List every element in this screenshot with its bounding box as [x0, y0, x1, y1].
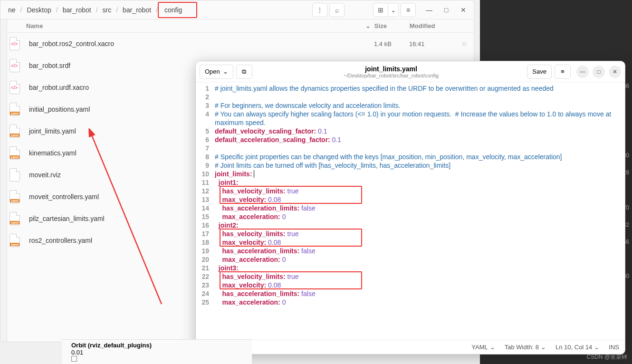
editor-hamburger[interactable]: ≡ [555, 65, 571, 79]
breadcrumb-item[interactable]: bar_robot [118, 3, 156, 17]
status-tabwidth[interactable]: Tab Width: 8⌄ [505, 344, 546, 351]
minimize-icon: — [426, 6, 432, 14]
star-icon[interactable]: ☆ [455, 40, 474, 48]
code-line[interactable] [215, 144, 622, 153]
code-line[interactable]: # Joint limits can be turned off with [h… [215, 161, 622, 170]
window-close[interactable]: ✕ [456, 3, 471, 17]
editor-header: Open⌄ ⧉ joint_limits.yaml ~/Desktop/bar_… [196, 61, 625, 82]
chevron-down-icon: ⌄ [223, 68, 228, 75]
new-doc-icon: ⧉ [242, 68, 246, 76]
code-line[interactable]: default_velocity_scaling_factor: 0.1 [215, 127, 622, 135]
new-tab-button[interactable]: ⧉ [236, 65, 252, 79]
breadcrumb[interactable]: ne/Desktop/bar_robot/src/bar_robot/confi… [3, 2, 310, 18]
file-icon [10, 168, 20, 182]
text-editor-window: Open⌄ ⧉ joint_limits.yaml ~/Desktop/bar_… [195, 61, 625, 354]
search-icon: ⌕ [335, 6, 339, 14]
code-line[interactable]: max_velocity: 0.08 [215, 238, 622, 247]
menu-button[interactable]: ⋮ [312, 3, 327, 17]
breadcrumb-item[interactable]: src [98, 3, 116, 17]
status-language[interactable]: YAML⌄ [471, 344, 495, 351]
code-line[interactable]: has_velocity_limits: true [215, 187, 622, 195]
file-icon: yaml [10, 212, 20, 225]
column-headers[interactable]: Name ⌄ Size Modified [0, 19, 474, 33]
status-position[interactable]: Ln 10, Col 14⌄ [555, 344, 599, 351]
file-icon: yaml [10, 125, 20, 138]
col-modified[interactable]: Modified [409, 19, 455, 32]
rviz-panel-fragment: Orbit (rviz_default_plugins) 0.01 [62, 339, 252, 364]
breadcrumb-item[interactable]: ne [3, 3, 20, 17]
open-button[interactable]: Open⌄ [200, 65, 233, 79]
col-name[interactable]: Name [0, 19, 362, 32]
hamburger-icon: ≡ [561, 68, 565, 75]
breadcrumb-item[interactable]: bar_robot [58, 3, 96, 17]
open-label: Open [205, 68, 220, 75]
hamburger-button[interactable]: ≡ [401, 3, 416, 17]
chevron-down-icon: ⌄ [490, 344, 495, 351]
maximize-icon: □ [597, 68, 600, 75]
breadcrumb-item[interactable]: config [158, 2, 197, 18]
file-name: bar_robot.ros2_control.xacro [29, 40, 374, 48]
window-minimize[interactable]: — [421, 3, 437, 17]
code-line[interactable]: has_velocity_limits: true [215, 272, 622, 281]
code-area[interactable]: # joint_limits.yaml allows the dynamics … [212, 82, 625, 340]
file-icon: </> [10, 81, 20, 94]
file-icon: yaml [10, 103, 20, 116]
code-line[interactable]: # You can always specify higher scaling … [215, 110, 622, 127]
editor-statusbar: YAML⌄ Tab Width: 8⌄ Ln 10, Col 14⌄ INS [196, 340, 625, 354]
chevron-down-icon: ⌄ [541, 344, 546, 351]
code-line[interactable]: max_acceleration: 0 [215, 255, 622, 264]
code-line[interactable]: has_acceleration_limits: false [215, 289, 622, 298]
file-icon: </> [10, 59, 20, 72]
editor-body[interactable]: 1234567891011121314151617181920212223242… [196, 82, 625, 340]
view-dropdown[interactable]: ⌄ [388, 3, 399, 17]
file-icon: yaml [10, 146, 20, 160]
checkbox[interactable] [71, 356, 77, 362]
code-line[interactable]: max_velocity: 0.08 [215, 195, 622, 204]
code-line[interactable]: joint2: [215, 221, 622, 230]
code-line[interactable]: # joint_limits.yaml allows the dynamics … [215, 84, 622, 93]
status-insert-mode[interactable]: INS [609, 344, 619, 351]
line-gutter: 1234567891011121314151617181920212223242… [196, 82, 212, 340]
file-icon: yaml [10, 234, 20, 247]
minimize-icon: — [580, 68, 585, 75]
rviz-plugin-name: Orbit (rviz_default_plugins) [71, 342, 242, 349]
code-line[interactable]: # For beginners, we downscale velocity a… [215, 101, 622, 110]
view-grid-button[interactable]: ⊞ [373, 3, 388, 17]
code-line[interactable]: joint_limits: [215, 170, 622, 178]
editor-subtitle: ~/Desktop/bar_robot/src/bar_robot/config [255, 73, 527, 78]
file-manager-toolbar: ne/Desktop/bar_robot/src/bar_robot/confi… [0, 0, 474, 19]
breadcrumb-item[interactable]: Desktop [22, 3, 56, 17]
sort-indicator[interactable]: ⌄ [362, 19, 374, 32]
code-line[interactable]: has_velocity_limits: true [215, 230, 622, 238]
col-size[interactable]: Size [374, 19, 409, 32]
chevron-down-icon: ⌄ [391, 6, 396, 14]
chevron-down-icon: ⌄ [594, 344, 599, 351]
save-button[interactable]: Save [527, 65, 552, 79]
close-icon: ✕ [460, 6, 466, 14]
editor-close[interactable]: ✕ [609, 66, 621, 78]
watermark: CSDN @韭菜钟 [586, 353, 627, 361]
code-line[interactable] [215, 93, 622, 101]
code-line[interactable]: joint3: [215, 264, 622, 272]
code-line[interactable]: max_acceleration: 0 [215, 212, 622, 221]
editor-title: joint_limits.yaml [255, 65, 527, 73]
file-icon: yaml [10, 190, 20, 203]
window-maximize[interactable]: □ [439, 3, 454, 17]
code-line[interactable]: has_acceleration_limits: false [215, 204, 622, 212]
code-line[interactable]: max_velocity: 0.08 [215, 281, 622, 289]
file-row[interactable]: </>bar_robot.ros2_control.xacro1.4 kB16:… [0, 33, 474, 55]
file-icon: </> [10, 37, 20, 50]
sidebar-edge [0, 19, 7, 342]
editor-minimize[interactable]: — [576, 66, 589, 78]
search-button[interactable]: ⌕ [329, 3, 345, 17]
editor-maximize[interactable]: □ [593, 66, 605, 78]
code-line[interactable]: has_acceleration_limits: false [215, 247, 622, 255]
file-size: 1.4 kB [374, 40, 409, 48]
save-label: Save [532, 68, 546, 75]
code-line[interactable]: default_acceleration_scaling_factor: 0.1 [215, 135, 622, 144]
code-line[interactable]: joint1: [215, 178, 622, 187]
code-line[interactable]: # Specific joint properties can be chang… [215, 153, 622, 161]
rviz-value: 0.01 [71, 349, 242, 356]
code-line[interactable]: max_acceleration: 0 [215, 298, 622, 307]
maximize-icon: □ [444, 6, 448, 14]
